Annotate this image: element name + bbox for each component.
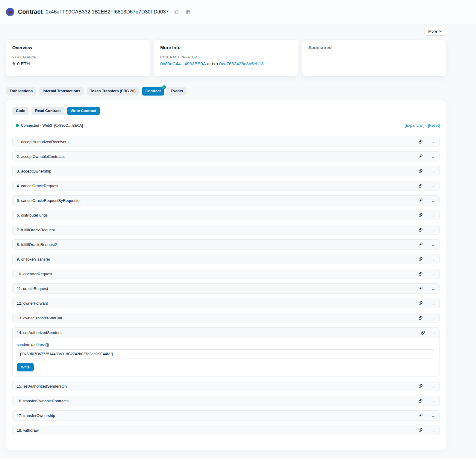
permalink-icon[interactable] xyxy=(418,301,423,306)
tab-transactions[interactable]: Transactions xyxy=(6,87,36,96)
qr-code-button[interactable] xyxy=(184,8,192,16)
collapse-arrow-icon[interactable]: ↓ xyxy=(433,330,436,335)
function-expanded-panel: 14. setAuthorizedSenders ↓ senders (addr… xyxy=(12,327,440,377)
function-body: senders (address[]) Write xyxy=(13,338,439,376)
more-info-card: More Info CONTRACT CREATOR 0x83dC44...49… xyxy=(154,39,298,77)
eth-balance-value: 0 ETH xyxy=(17,61,30,66)
function-row[interactable]: 14. setAuthorizedSenders ↓ xyxy=(13,328,439,338)
function-row[interactable]: 5. cancelOracleRequestByRequester → xyxy=(12,195,440,205)
expand-arrow-icon[interactable]: → xyxy=(431,413,435,418)
function-row[interactable]: 16. transferOwnableContracts → xyxy=(12,396,440,406)
connected-wallet-address-link[interactable]: [0x83dC....BE0A] xyxy=(54,123,83,128)
expand-arrow-icon[interactable]: → xyxy=(431,154,435,159)
expand-arrow-icon[interactable]: → xyxy=(431,213,435,217)
permalink-icon[interactable] xyxy=(418,315,423,320)
permalink-icon[interactable] xyxy=(418,227,423,232)
permalink-icon[interactable] xyxy=(418,198,423,203)
function-row[interactable]: 17. transferOwnership → xyxy=(12,410,440,421)
function-row[interactable]: 3. acceptOwnership → xyxy=(12,166,440,176)
function-row[interactable]: 1. acceptAuthorizedReceivers → xyxy=(12,137,440,147)
permalink-icon[interactable] xyxy=(418,384,423,389)
sponsored-card: Sponsored xyxy=(302,39,446,77)
tab-events[interactable]: Events xyxy=(167,87,187,96)
permalink-icon[interactable] xyxy=(418,398,423,403)
permalink-icon[interactable] xyxy=(418,154,423,159)
function-row[interactable]: 12. ownerForward → xyxy=(12,298,440,308)
permalink-icon[interactable] xyxy=(418,257,423,262)
function-label: 5. cancelOracleRequestByRequester xyxy=(17,198,418,203)
permalink-icon[interactable] xyxy=(418,271,423,276)
more-label: More xyxy=(428,29,437,34)
function-row[interactable]: 15. setAuthorizedSendersOn → xyxy=(12,381,440,391)
function-label: 17. transferOwnership xyxy=(17,413,418,418)
contract-panel: Code Read Contract Write Contract Connec… xyxy=(6,100,446,451)
expand-arrow-icon[interactable]: → xyxy=(431,228,435,232)
ethereum-icon xyxy=(12,61,15,66)
creator-address-link[interactable]: 0x83dC44...4933BE0A xyxy=(160,61,206,66)
chevron-down-icon xyxy=(439,30,442,32)
function-label: 3. acceptOwnership xyxy=(17,169,418,173)
function-row[interactable]: 9. onTokenTransfer → xyxy=(12,254,440,264)
wallet-connect-status[interactable]: Connected - Web3 [0x83dC....BE0A] xyxy=(12,121,87,130)
expand-arrow-icon[interactable]: → xyxy=(431,399,435,403)
function-row[interactable]: 11. oracleRequest → xyxy=(12,283,440,294)
permalink-icon[interactable] xyxy=(418,286,423,291)
creation-txn-link[interactable]: 0xa7662428c3b5eb13… xyxy=(219,61,268,66)
tab-contract-label: Contract xyxy=(145,89,161,93)
contract-subtabs: Code Read Contract Write Contract xyxy=(12,107,440,115)
permalink-icon[interactable] xyxy=(418,242,423,247)
contract-creator-label: CONTRACT CREATOR xyxy=(160,55,292,59)
permalink-icon[interactable] xyxy=(418,413,423,418)
expand-arrow-icon[interactable]: → xyxy=(431,169,435,173)
permalink-icon[interactable] xyxy=(421,330,425,335)
function-row[interactable]: 7. fulfillOracleRequest → xyxy=(12,225,440,235)
permalink-icon[interactable] xyxy=(418,183,423,188)
contract-blockie-avatar xyxy=(6,8,14,16)
senders-input[interactable] xyxy=(17,349,435,359)
connected-status-text: Connected - Web3 xyxy=(21,123,52,128)
expand-arrow-icon[interactable]: → xyxy=(431,428,435,433)
function-row[interactable]: 18. withdraw → xyxy=(12,425,440,435)
copy-address-button[interactable] xyxy=(173,8,180,16)
expand-arrow-icon[interactable]: → xyxy=(431,184,435,188)
function-label: 16. transferOwnableContracts xyxy=(17,399,418,403)
param-label: senders (address[]) xyxy=(17,343,435,347)
tab-token-transfers[interactable]: Token Transfers (ERC-20) xyxy=(87,87,139,96)
expand-arrow-icon[interactable]: → xyxy=(431,384,435,389)
permalink-icon[interactable] xyxy=(418,169,423,173)
function-label: 14. setAuthorizedSenders xyxy=(17,330,421,335)
tab-internal-transactions[interactable]: Internal Transactions xyxy=(39,87,84,96)
function-row[interactable]: 2. acceptOwnableContracts → xyxy=(12,151,440,161)
reset-link[interactable]: [Reset] xyxy=(428,123,440,128)
expand-arrow-icon[interactable]: → xyxy=(431,140,435,144)
permalink-icon[interactable] xyxy=(418,428,423,433)
expand-arrow-icon[interactable]: → xyxy=(431,316,435,320)
contract-address: 0x46eFF99CAB332f1B2EB2Ff6813D67e7D30FDd0… xyxy=(46,9,169,15)
write-button[interactable]: Write xyxy=(17,363,34,371)
expand-arrow-icon[interactable]: → xyxy=(431,242,435,247)
expand-arrow-icon[interactable]: → xyxy=(431,272,435,276)
function-label: 6. distributeFunds xyxy=(17,213,418,217)
subtab-code[interactable]: Code xyxy=(12,107,29,115)
permalink-icon[interactable] xyxy=(418,213,423,217)
permalink-icon[interactable] xyxy=(418,139,423,144)
function-row[interactable]: 4. cancelOracleRequest → xyxy=(12,181,440,191)
function-row[interactable]: 13. ownerTransferAndCall → xyxy=(12,313,440,323)
tab-contract[interactable]: Contract ✓ xyxy=(142,87,164,96)
expand-all-link[interactable]: [Expand all] xyxy=(405,123,424,128)
qr-code-icon xyxy=(186,10,190,14)
function-row[interactable]: 8. fulfillOracleRequest2 → xyxy=(12,239,440,250)
expand-arrow-icon[interactable]: → xyxy=(431,198,435,203)
subtab-write-contract[interactable]: Write Contract xyxy=(67,107,100,115)
more-dropdown-button[interactable]: More xyxy=(424,27,446,36)
function-row[interactable]: 10. operatorRequest → xyxy=(12,269,440,279)
expand-arrow-icon[interactable]: → xyxy=(431,286,435,291)
function-row[interactable]: 6. distributeFunds → xyxy=(12,210,440,220)
expand-arrow-icon[interactable]: → xyxy=(431,257,435,262)
subtab-read-contract[interactable]: Read Contract xyxy=(31,107,64,115)
main-tabs: Transactions Internal Transactions Token… xyxy=(6,87,446,96)
function-label: 2. acceptOwnableContracts xyxy=(17,154,418,159)
function-label: 9. onTokenTransfer xyxy=(17,257,418,262)
function-label: 11. oracleRequest xyxy=(17,286,418,291)
expand-arrow-icon[interactable]: → xyxy=(431,301,435,306)
